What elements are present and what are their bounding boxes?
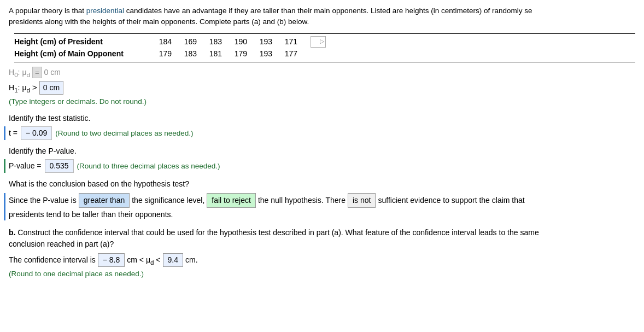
- h0-mu-sub: d: [26, 71, 30, 78]
- conclusion-line-1: Since the P-value is greater than the si…: [9, 193, 635, 208]
- confidence-interval-line: The confidence interval is − 8.8 cm < μd…: [9, 253, 635, 267]
- ci-unit: cm.: [185, 254, 198, 266]
- conclusion-text-before: Since the P-value is: [9, 195, 77, 206]
- pvalue-box[interactable]: 0.535: [45, 159, 74, 173]
- type-note: (Type integers or decimals. Do not round…: [9, 96, 635, 107]
- data-table: Height (cm) of President 184 169 183 190…: [14, 36, 635, 60]
- part-b-section: b. Construct the confidence interval tha…: [9, 227, 635, 250]
- test-statistic-heading: Identify the test statistic.: [9, 113, 635, 124]
- h0-operator-box: =: [32, 67, 42, 79]
- ci-mu-label: cm < μd <: [127, 254, 160, 267]
- conclusion-text-after: the null hypothesis. There: [258, 195, 346, 206]
- h1-sub: 1: [14, 86, 17, 94]
- pvalue-section: P-value = 0.535 (Round to three decimal …: [4, 159, 635, 173]
- ci-mu-sub: d: [150, 259, 154, 266]
- expand-icon[interactable]: ▷: [311, 36, 326, 48]
- t-note: (Round to two decimal places as needed.): [55, 128, 193, 139]
- part-b-text2: conclusion reached in part (a)?: [9, 240, 114, 248]
- dropdown-greater-than[interactable]: greater than: [79, 193, 130, 208]
- h1-mu-sub: d: [26, 86, 30, 94]
- t-value-section: t = − 0.09 (Round to two decimal places …: [4, 126, 635, 140]
- pvalue-label: P-value =: [9, 160, 42, 172]
- conclusion-heading: What is the conclusion based on the hypo…: [9, 178, 635, 190]
- opp-val-5: 193: [257, 48, 272, 60]
- dropdown-is-not[interactable]: is not: [348, 193, 376, 208]
- data-table-wrapper: Height (cm) of President 184 169 183 190…: [14, 33, 635, 62]
- intro-text1: A popular theory is that presidential ca…: [9, 7, 532, 15]
- t-value-box[interactable]: − 0.09: [21, 126, 52, 140]
- h0-label: H0: μd: [9, 67, 30, 79]
- h1-value-box[interactable]: 0 cm: [39, 81, 63, 95]
- row-label-opponents: Height (cm) of Main Opponent: [14, 48, 156, 60]
- conclusion-section: Since the P-value is greater than the si…: [4, 193, 635, 220]
- conclusion-continue: presidents tend to be taller than their …: [9, 210, 173, 219]
- pres-val-1: 184: [156, 36, 172, 48]
- conclusion-text-mid: the significance level,: [132, 195, 204, 206]
- pres-val-2: 169: [182, 36, 197, 48]
- ci-upper-box[interactable]: 9.4: [163, 253, 183, 267]
- intro-paragraph: A popular theory is that presidential ca…: [9, 5, 635, 28]
- pres-val-4: 190: [232, 36, 247, 48]
- opp-val-3: 181: [207, 48, 222, 60]
- conclusion-line-2: presidents tend to be taller than their …: [9, 209, 635, 220]
- row-label-presidents: Height (cm) of President: [14, 36, 156, 48]
- ci-lower-box[interactable]: − 8.8: [98, 253, 125, 267]
- hypothesis-null-line: H0: μd = 0 cm: [9, 67, 635, 79]
- pres-val-6: 171: [282, 36, 297, 48]
- ci-note: (Round to one decimal place as needed.): [9, 269, 635, 279]
- pres-val-3: 183: [207, 36, 222, 48]
- h0-value: 0 cm: [44, 67, 61, 78]
- h1-label: H1: μd: [9, 82, 30, 95]
- h1-operator: >: [32, 81, 37, 94]
- pvalue-note: (Round to three decimal places as needed…: [77, 161, 220, 172]
- opp-val-2: 183: [182, 48, 197, 60]
- table-row-opponents: Height (cm) of Main Opponent 179 183 181…: [14, 48, 635, 60]
- opp-val-1: 179: [156, 48, 172, 60]
- pvalue-heading: Identify the P-value.: [9, 145, 635, 157]
- pres-val-5: 193: [257, 36, 272, 48]
- part-b-text: Construct the confidence interval that c…: [17, 228, 538, 237]
- h0-sub: 0: [14, 71, 17, 78]
- opp-val-4: 179: [232, 48, 247, 60]
- row-values-opponents: 179 183 181 179 193 177: [156, 48, 297, 60]
- dropdown-fail-to-reject[interactable]: fail to reject: [207, 193, 256, 208]
- hypothesis-alt-line: H1: μd > 0 cm: [9, 81, 635, 95]
- row-values-presidents: 184 169 183 190 193 171 ▷: [156, 36, 326, 48]
- intro-text2: presidents along with the heights of the…: [9, 18, 309, 26]
- part-b-label: b.: [9, 228, 15, 237]
- highlighted-word: presidential: [86, 7, 124, 15]
- t-label: t =: [9, 127, 17, 139]
- table-row-presidents: Height (cm) of President 184 169 183 190…: [14, 36, 635, 48]
- conclusion-text-end: sufficient evidence to support the claim…: [378, 195, 524, 206]
- ci-label: The confidence interval is: [9, 254, 96, 266]
- t-line: t = − 0.09 (Round to two decimal places …: [9, 126, 635, 140]
- opp-val-6: 177: [282, 48, 297, 60]
- pvalue-line: P-value = 0.535 (Round to three decimal …: [9, 159, 635, 173]
